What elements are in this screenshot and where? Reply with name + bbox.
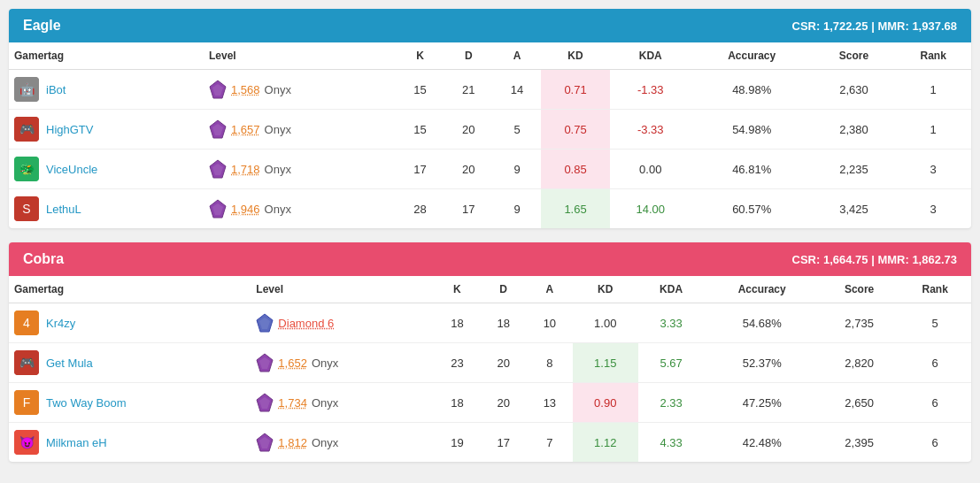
level-cell: 1,657 Onyx: [204, 110, 396, 150]
col-kd: KD: [541, 42, 609, 70]
col-accuracy: Accuracy: [705, 276, 820, 303]
rank-value: 6: [899, 383, 971, 423]
col-gamertag: Gamertag: [9, 276, 251, 303]
gamertag-link[interactable]: Kr4zy: [46, 317, 75, 330]
col-kda: KDA: [610, 42, 691, 70]
players-table: Gamertag Level K D A KD KDA Accuracy Sco…: [9, 42, 971, 228]
avatar: 4: [14, 310, 39, 335]
table-row: S LethuL 1,946 Onyx 28 17 9 1.65 14.00 6…: [9, 189, 971, 229]
gamertag-link[interactable]: iBot: [46, 83, 66, 96]
kd-value: 0.85: [541, 150, 609, 189]
d-value: 17: [481, 423, 527, 463]
table-row: F Two Way Boom 1,734 Onyx 18 20 13 0.90 …: [9, 383, 971, 423]
rank-value: 6: [899, 343, 971, 383]
gamertag-cell: 🎮 Get Mula: [9, 343, 251, 383]
level-text: Onyx: [265, 83, 291, 96]
kda-value: 0.00: [610, 150, 691, 189]
col-gamertag: Gamertag: [9, 42, 204, 70]
d-value: 18: [481, 303, 527, 343]
col-a: A: [527, 276, 573, 303]
level-text: Onyx: [312, 356, 338, 370]
gamertag-link[interactable]: Two Way Boom: [46, 396, 127, 410]
gamertag-cell: 🤖 iBot: [9, 70, 204, 110]
gamertag-link[interactable]: LethuL: [46, 203, 81, 216]
kd-value: 0.71: [541, 70, 609, 110]
d-value: 17: [444, 189, 493, 229]
gamertag-cell: F Two Way Boom: [9, 383, 251, 423]
table-row: 4 Kr4zy Diamond 6 18 18 10 1.00 3.33 54.…: [9, 303, 971, 343]
level-cell: 1,568 Onyx: [204, 70, 396, 110]
rank-value: 5: [899, 303, 971, 343]
rank-value: 3: [895, 189, 971, 229]
level-num: 1,657: [231, 123, 260, 136]
a-value: 14: [493, 70, 542, 110]
table-row: 🎮 Get Mula 1,652 Onyx 23 20 8 1.15 5.67 …: [9, 343, 971, 383]
kd-value: 1.12: [573, 423, 638, 463]
d-value: 21: [444, 70, 493, 110]
k-value: 19: [434, 423, 480, 463]
score-value: 2,380: [813, 110, 896, 150]
table-header-row: Gamertag Level K D A KD KDA Accuracy Sco…: [9, 276, 971, 303]
col-rank: Rank: [895, 42, 971, 70]
a-value: 5: [493, 110, 542, 150]
accuracy-value: 48.98%: [691, 70, 813, 110]
level-text: Onyx: [265, 163, 291, 176]
kd-value: 1.00: [573, 303, 638, 343]
accuracy-value: 47.25%: [705, 383, 820, 423]
avatar: S: [14, 196, 39, 221]
gamertag-link[interactable]: Get Mula: [46, 356, 93, 370]
score-value: 3,425: [813, 189, 896, 229]
col-d: D: [481, 276, 527, 303]
k-value: 15: [396, 110, 444, 150]
team-stats: CSR: 1,722.25 | MMR: 1,937.68: [792, 19, 957, 33]
kda-value: 5.67: [638, 343, 705, 383]
level-num: 1,812: [278, 436, 307, 449]
gamertag-link[interactable]: ViceUncle: [46, 163, 97, 176]
gamertag-link[interactable]: HighGTV: [46, 123, 93, 136]
kd-value: 1.15: [573, 343, 638, 383]
table-row: 🤖 iBot 1,568 Onyx 15 21 14 0.71 -1.33 48…: [9, 70, 971, 110]
k-value: 18: [434, 303, 480, 343]
level-cell: 1,718 Onyx: [204, 150, 396, 189]
avatar: 🤖: [14, 77, 39, 102]
rank-value: 6: [899, 423, 971, 463]
level-text: Diamond 6: [278, 317, 334, 330]
d-value: 20: [444, 110, 493, 150]
col-a: A: [493, 42, 542, 70]
level-num: 1,652: [278, 356, 307, 370]
avatar: 🎮: [14, 117, 39, 142]
gamertag-cell: 😈 Milkman eH: [9, 423, 251, 463]
kda-value: 14.00: [610, 189, 691, 229]
team-block: Cobra CSR: 1,664.75 | MMR: 1,862.73 Game…: [9, 242, 971, 462]
score-value: 2,630: [813, 70, 896, 110]
gamertag-cell: 4 Kr4zy: [9, 303, 251, 343]
team-stats: CSR: 1,664.75 | MMR: 1,862.73: [792, 253, 957, 266]
gamertag-link[interactable]: Milkman eH: [46, 436, 107, 449]
rank-value: 1: [895, 110, 971, 150]
col-rank: Rank: [899, 276, 971, 303]
k-value: 17: [396, 150, 444, 189]
k-value: 28: [396, 189, 444, 229]
rank-value: 1: [895, 70, 971, 110]
table-header-row: Gamertag Level K D A KD KDA Accuracy Sco…: [9, 42, 971, 70]
avatar: F: [14, 390, 39, 415]
col-level: Level: [204, 42, 396, 70]
col-accuracy: Accuracy: [691, 42, 813, 70]
a-value: 8: [527, 343, 573, 383]
score-value: 2,820: [820, 343, 899, 383]
team-name: Eagle: [23, 18, 61, 34]
k-value: 18: [434, 383, 480, 423]
level-text: Onyx: [312, 396, 338, 410]
k-value: 23: [434, 343, 480, 383]
team-header: Cobra CSR: 1,664.75 | MMR: 1,862.73: [9, 242, 971, 276]
team-block: Eagle CSR: 1,722.25 | MMR: 1,937.68 Game…: [9, 9, 971, 228]
a-value: 9: [493, 150, 542, 189]
accuracy-value: 60.57%: [691, 189, 813, 229]
table-row: 😈 Milkman eH 1,812 Onyx 19 17 7 1.12 4.3…: [9, 423, 971, 463]
d-value: 20: [444, 150, 493, 189]
score-value: 2,735: [820, 303, 899, 343]
col-d: D: [444, 42, 493, 70]
kd-value: 0.90: [573, 383, 638, 423]
col-score: Score: [820, 276, 899, 303]
a-value: 7: [527, 423, 573, 463]
